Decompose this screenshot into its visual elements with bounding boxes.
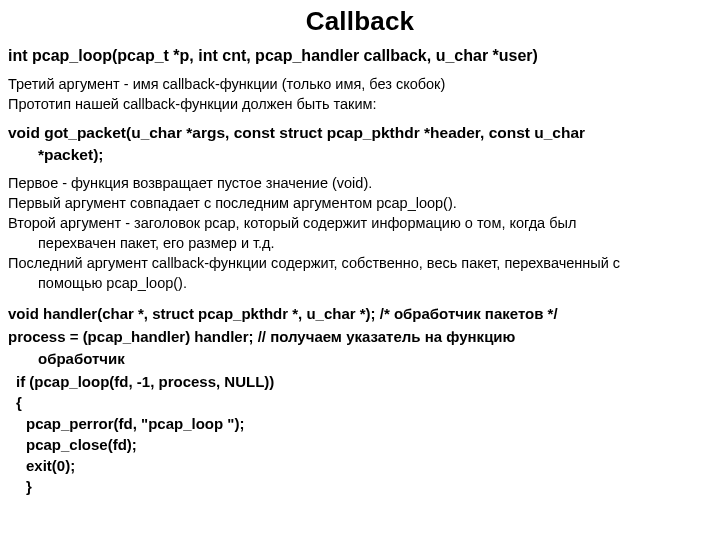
code-process-assign-cont: обработчик xyxy=(8,349,712,369)
code-exit: exit(0); xyxy=(8,455,712,476)
desc-return-void: Первое - функция возвращает пустое значе… xyxy=(8,174,712,192)
desc-last-arg-cont: помощью pcap_loop(). xyxy=(8,274,712,292)
desc-second-arg-cont: перехвачен пакет, его размер и т.д. xyxy=(8,234,712,252)
code-process-assign: process = (pcap_handler) handler; // пол… xyxy=(8,327,712,347)
desc-last-arg: Последний аргумент callback-функции соде… xyxy=(8,254,712,272)
desc-third-arg: Третий аргумент - имя callback-функции (… xyxy=(8,75,712,93)
code-pcap-close: pcap_close(fd); xyxy=(8,434,712,455)
code-close-brace: } xyxy=(8,476,712,497)
desc-first-arg: Первый аргумент совпадает с последним ар… xyxy=(8,194,712,212)
spacer xyxy=(8,294,712,302)
code-if: if (pcap_loop(fd, -1, process, NULL)) xyxy=(8,371,712,392)
got-packet-signature-cont: *packet); xyxy=(8,145,712,165)
got-packet-signature: void got_packet(u_char *args, const stru… xyxy=(8,123,712,143)
code-pcap-perror: pcap_perror(fd, "pcap_loop "); xyxy=(8,413,712,434)
desc-second-arg: Второй аргумент - заголовок pcap, которы… xyxy=(8,214,712,232)
pcap-loop-signature: int pcap_loop(pcap_t *p, int cnt, pcap_h… xyxy=(8,47,712,65)
code-open-brace: { xyxy=(8,392,712,413)
slide: Callback int pcap_loop(pcap_t *p, int cn… xyxy=(0,0,720,540)
slide-title: Callback xyxy=(8,6,712,37)
code-handler-decl: void handler(char *, struct pcap_pkthdr … xyxy=(8,304,712,324)
desc-prototype-intro: Прототип нашей callback-функции должен б… xyxy=(8,95,712,113)
